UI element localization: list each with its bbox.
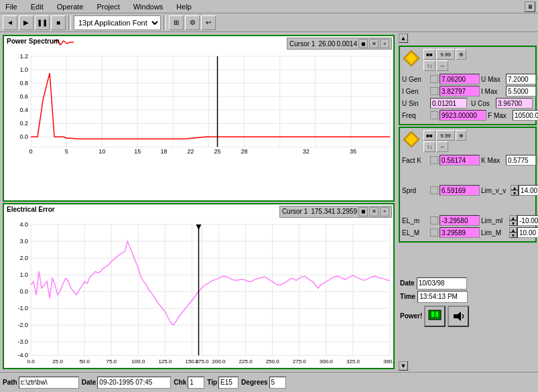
tip-input[interactable] xyxy=(218,377,239,389)
diamond-icon-2 xyxy=(402,130,421,149)
u-gen-check[interactable] xyxy=(430,75,438,83)
freq-check[interactable] xyxy=(430,111,438,119)
fact-k-check[interactable] xyxy=(430,156,438,164)
ctrl2-btn-2[interactable]: 9.99 xyxy=(436,130,455,141)
sprd-input[interactable] xyxy=(440,185,480,196)
menu-windows[interactable]: Windows xyxy=(131,2,166,11)
chart1-cursor-btn1[interactable]: ◼ xyxy=(358,39,368,48)
svg-text:0.0: 0.0 xyxy=(20,288,29,295)
menu-project[interactable]: Project xyxy=(94,2,122,11)
scroll-down[interactable]: ▼ xyxy=(399,361,408,371)
lim-ml-input[interactable] xyxy=(517,215,538,226)
lim-v-v-spin[interactable]: ▲ ▼ xyxy=(511,185,519,196)
fact-k-label: Fact K xyxy=(402,157,429,164)
volume-button[interactable] xyxy=(448,306,469,327)
power-button[interactable] xyxy=(424,306,446,327)
separator2 xyxy=(163,15,166,30)
lim-ml-up[interactable]: ▲ xyxy=(509,215,517,220)
menubar: File Edit Operate Project Windows Help 🖥 xyxy=(0,0,538,13)
toolbar-btn-pause[interactable]: ❚❚ xyxy=(35,15,50,30)
i-max-input[interactable] xyxy=(506,86,536,96)
chart1-cursor-btn3[interactable]: + xyxy=(380,39,389,48)
chart2-cursor-btn2[interactable]: ✕ xyxy=(369,207,379,216)
degrees-input[interactable] xyxy=(269,377,286,389)
svg-text:75.0: 75.0 xyxy=(106,358,117,365)
f-max-input[interactable] xyxy=(513,110,538,121)
chk-field: Chk xyxy=(174,377,204,389)
scroll-up[interactable]: ▲ xyxy=(399,34,408,43)
ctrl2-btn-4[interactable]: ↑↓ xyxy=(423,141,435,152)
lim-M-spin[interactable]: ▲ ▼ xyxy=(509,227,517,238)
lim-v-v-down[interactable]: ▼ xyxy=(511,190,519,196)
window-icon[interactable]: 🖥 xyxy=(525,1,535,12)
svg-text:25: 25 xyxy=(214,148,221,155)
toolbar-btn-zoom[interactable]: ⊞ xyxy=(169,15,184,30)
menu-file[interactable]: File xyxy=(3,2,20,11)
lim-v-v-input[interactable] xyxy=(519,185,538,196)
svg-text:32: 32 xyxy=(303,148,310,155)
separator1 xyxy=(68,15,71,30)
lim-M-input[interactable] xyxy=(517,227,538,238)
chart1-container: Power Spectrum Cursor 1 26.00 0.0014 ◼ ✕… xyxy=(3,35,395,202)
charts-panel: Power Spectrum Cursor 1 26.00 0.0014 ◼ ✕… xyxy=(0,32,397,372)
path-input[interactable] xyxy=(19,377,79,389)
ctrl2-btn-3[interactable]: ⊕ xyxy=(456,130,466,141)
lim-ml-spin[interactable]: ▲ ▼ xyxy=(509,215,517,226)
time-input[interactable] xyxy=(417,291,468,303)
toolbar-btn-config[interactable]: ⚙ xyxy=(185,15,200,30)
chart2-cursor-bar: Cursor 1 175.341 3.2959 ◼ ✕ + xyxy=(279,206,392,218)
lim-M-up[interactable]: ▲ xyxy=(509,227,517,233)
i-gen-input[interactable] xyxy=(440,86,480,96)
freq-input[interactable] xyxy=(440,110,486,121)
chart1-cursor-btn2[interactable]: ✕ xyxy=(369,39,379,48)
ctrl2-btn-1[interactable]: ■■ xyxy=(423,130,435,141)
menu-edit[interactable]: Edit xyxy=(28,2,46,11)
lim-v-v-up[interactable]: ▲ xyxy=(511,185,519,190)
menu-help[interactable]: Help xyxy=(174,2,194,11)
sprd-check[interactable] xyxy=(430,186,438,194)
svg-text:0.6: 0.6 xyxy=(20,93,29,100)
chart2-cursor-btn3[interactable]: + xyxy=(380,207,389,216)
controls-section-2: ■■ 9.99 ⊕ ↑↓ ↔ Fact K K Max K Min xyxy=(399,127,537,243)
ctrl-btn-3[interactable]: ⊕ xyxy=(456,49,466,60)
chart2-cursor-btn1[interactable]: ◼ xyxy=(358,207,368,216)
el-m-check[interactable] xyxy=(430,216,438,224)
lim-ml-down[interactable]: ▼ xyxy=(509,220,517,226)
toolbar-btn-stop[interactable]: ■ xyxy=(51,15,66,30)
ctrl-btn-4[interactable]: ↑↓ xyxy=(423,60,435,71)
lim-M-label: Lim_M xyxy=(481,229,508,237)
el-M-input[interactable] xyxy=(440,227,480,238)
chk-input[interactable] xyxy=(188,377,204,389)
ctrl-btn-1[interactable]: ■■ xyxy=(423,49,435,60)
menu-operate[interactable]: Operate xyxy=(54,2,86,11)
font-dropdown[interactable]: 13pt Application Font xyxy=(74,15,161,30)
toolbar-btn-run[interactable]: ▶ xyxy=(19,15,33,30)
u-max-input[interactable] xyxy=(506,74,536,84)
lim-M-down[interactable]: ▼ xyxy=(509,233,517,238)
svg-text:0: 0 xyxy=(29,148,33,155)
u-gen-input[interactable] xyxy=(440,74,480,84)
date2-input[interactable] xyxy=(417,277,467,289)
el-M-check[interactable] xyxy=(430,228,438,237)
date-input[interactable] xyxy=(97,377,171,389)
ctrl2-btn-5[interactable]: ↔ xyxy=(436,141,448,152)
fact-k-input[interactable] xyxy=(440,155,480,166)
ctrl-btn-2[interactable]: 9.99 xyxy=(436,49,455,60)
i-gen-check[interactable] xyxy=(430,87,438,95)
el-m-input[interactable] xyxy=(440,215,480,226)
controls-section-1: ■■ 9.99 ⊕ ↑↓ ↔ U Gen U Max U Min xyxy=(399,46,537,125)
u-sin-input[interactable] xyxy=(430,98,467,109)
k-max-input[interactable] xyxy=(506,155,536,166)
toolbar-btn-arrow[interactable]: ↩ xyxy=(201,15,216,30)
chart2-container: Electrical Error Cursor 1 175.341 3.2959… xyxy=(3,203,395,370)
svg-text:1.0: 1.0 xyxy=(20,66,29,73)
svg-text:1.0: 1.0 xyxy=(20,271,29,278)
svg-text:0.4: 0.4 xyxy=(20,107,29,113)
toolbar-btn-back[interactable]: ◄ xyxy=(3,15,17,30)
svg-text:18: 18 xyxy=(160,148,167,155)
svg-text:0.8: 0.8 xyxy=(20,80,29,86)
svg-text:10: 10 xyxy=(98,148,105,155)
u-cos-input[interactable] xyxy=(496,98,533,109)
path-label: Path xyxy=(3,379,17,386)
ctrl-btn-5[interactable]: ↔ xyxy=(436,60,448,71)
